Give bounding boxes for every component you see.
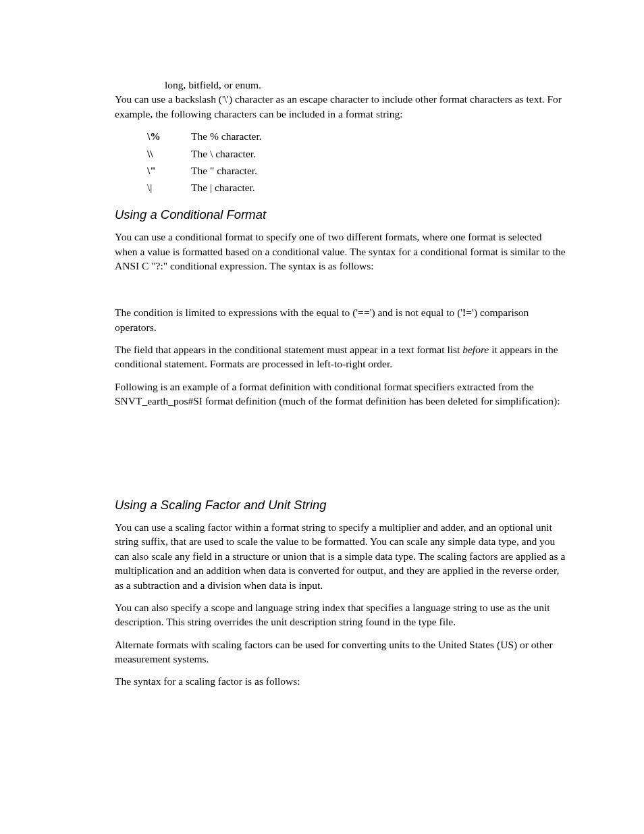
escape-key: \% — [147, 129, 191, 143]
paragraph-escape-intro: You can use a backslash ('\') character … — [115, 92, 566, 121]
text-span: The condition is limited to expressions … — [115, 307, 358, 318]
escape-val: The % character. — [191, 129, 566, 143]
escape-row: \| The | character. — [147, 180, 566, 194]
paragraph: The field that appears in the conditiona… — [115, 342, 566, 371]
escape-table: \% The % character. \\ The \ character. … — [147, 129, 566, 195]
operator-not-equal: != — [462, 307, 472, 318]
operator-equal: == — [358, 307, 370, 318]
blank-space — [115, 417, 566, 486]
emphasis-before: before — [462, 344, 489, 355]
escape-val: The \ character. — [191, 147, 566, 161]
escape-row: \\ The \ character. — [147, 147, 566, 161]
paragraph: You can use a conditional format to spec… — [115, 230, 566, 273]
escape-key: \" — [147, 163, 191, 178]
paragraph: You can also specify a scope and languag… — [115, 600, 566, 629]
escape-val: The " character. — [191, 163, 566, 178]
text-span: The field that appears in the conditiona… — [115, 344, 462, 355]
paragraph: Following is an example of a format defi… — [115, 380, 566, 409]
paragraph: The condition is limited to expressions … — [115, 305, 566, 334]
escape-row: \" The " character. — [147, 163, 566, 178]
escape-val: The | character. — [191, 180, 566, 194]
escape-key: \\ — [147, 147, 191, 161]
paragraph: You can use a scaling factor within a fo… — [115, 520, 566, 592]
heading-scaling-factor: Using a Scaling Factor and Unit String — [115, 496, 566, 514]
escape-row: \% The % character. — [147, 129, 566, 143]
paragraph: Alternate formats with scaling factors c… — [115, 637, 566, 667]
paragraph: The syntax for a scaling factor is as fo… — [115, 674, 566, 688]
escape-key: \| — [147, 180, 191, 194]
fragment-line: long, bitfield, or enum. — [165, 78, 566, 92]
text-span: ') and is not equal to (' — [370, 307, 462, 318]
heading-conditional-format: Using a Conditional Format — [115, 206, 566, 224]
document-page: long, bitfield, or enum. You can use a b… — [0, 0, 644, 834]
blank-space — [115, 281, 566, 305]
